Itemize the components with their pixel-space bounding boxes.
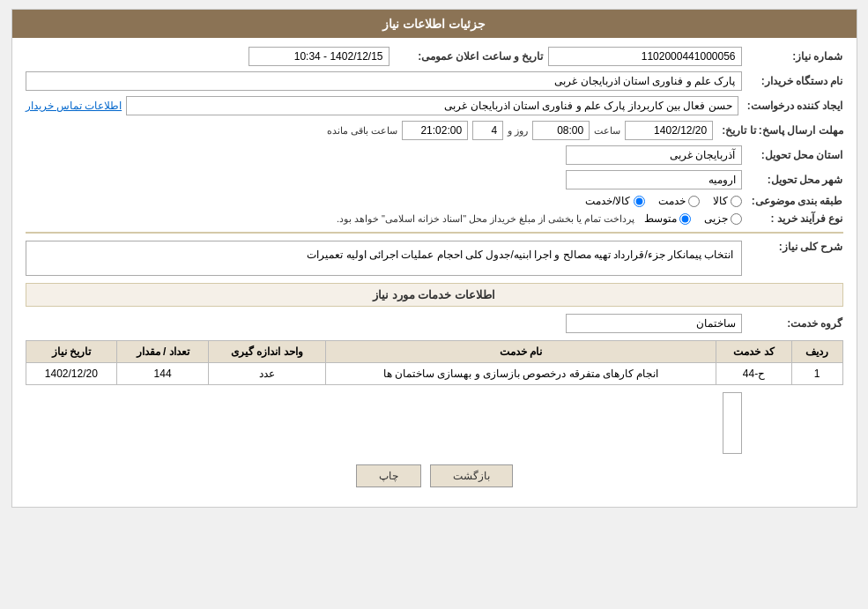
deadline-time-label: ساعت [594, 125, 620, 137]
button-row: بازگشت چاپ [26, 464, 843, 487]
deadline-label: مهلت ارسال پاسخ: تا تاریخ: [717, 124, 842, 137]
page-title: جزئیات اطلاعات نیاز [382, 17, 486, 31]
process-row: نوع فرآیند خرید : جزیی متوسط پرداخت تمام… [26, 212, 843, 225]
process-radio-jozee[interactable] [731, 213, 742, 225]
page-container: جزئیات اطلاعات نیاز شماره نیاز: 11020004… [11, 9, 857, 508]
category-radio-kala[interactable] [731, 196, 742, 207]
services-table: ردیف کد خدمت نام خدمت واحد اندازه گیری ت… [26, 340, 843, 385]
general-desc-value: انتخاب پیمانکار جزء/قرارداد تهیه مصالح و… [26, 241, 742, 276]
category-radio-kala-khedmat[interactable] [634, 196, 645, 207]
process-label-motavaset: متوسط [644, 212, 677, 225]
process-label-jozee: جزیی [704, 212, 728, 225]
buyer-org-label: نام دستگاه خریدار: [746, 75, 843, 87]
category-option-1: کالا [713, 195, 742, 207]
deadline-remaining-label: ساعت باقی مانده [327, 125, 397, 137]
service-group-label: گروه خدمت: [746, 317, 843, 330]
table-cell-0-0: 1 [791, 363, 842, 385]
process-option-1: جزیی [704, 212, 742, 225]
col-unit: واحد اندازه گیری [208, 341, 325, 363]
table-row: 1ح-44انجام کارهای متفرقه درخصوص بازسازی … [26, 363, 842, 385]
need-number-value: 1102000441000056 [548, 47, 742, 66]
col-name: نام خدمت [325, 341, 716, 363]
buyer-org-value: پارک علم و فناوری استان اذربایجان غربی [26, 71, 742, 91]
deadline-date: 1402/12/20 [625, 121, 713, 140]
need-number-row: شماره نیاز: 1102000441000056 تاریخ و ساع… [26, 47, 843, 66]
creator-label: ایجاد کننده درخواست: [743, 100, 843, 112]
buyer-org-row: نام دستگاه خریدار: پارک علم و فناوری است… [26, 71, 843, 91]
creator-value: حسن فعال بین کاربرداز پارک علم و فناوری … [126, 96, 738, 115]
service-group-value: ساختمان [566, 314, 742, 333]
process-note: پرداخت تمام یا بخشی از مبلغ خریداز محل "… [337, 213, 635, 225]
table-cell-0-3: عدد [208, 363, 325, 385]
content-area: شماره نیاز: 1102000441000056 تاریخ و ساع… [12, 38, 857, 507]
col-date: تاریخ نیاز [26, 341, 117, 363]
process-label: نوع فرآیند خرید : [746, 212, 843, 225]
category-row: طبقه بندی موضوعی: کالا خدمت کالا/خدمت [26, 195, 843, 207]
process-option-2: متوسط [644, 212, 691, 225]
category-option-3: کالا/خدمت [585, 195, 644, 207]
creator-row: ایجاد کننده درخواست: حسن فعال بین کاربرد… [26, 96, 843, 115]
city-value: ارومیه [566, 170, 742, 189]
process-radio-group: جزیی متوسط [644, 212, 742, 225]
city-row: شهر محل تحویل: ارومیه [26, 170, 843, 189]
deadline-days: 4 [472, 121, 503, 140]
deadline-time: 08:00 [532, 121, 590, 140]
province-label: استان محل تحویل: [746, 149, 843, 161]
city-label: شهر محل تحویل: [746, 174, 843, 186]
col-row: ردیف [791, 341, 842, 363]
deadline-day-label: روز و [508, 125, 528, 137]
page-header: جزئیات اطلاعات نیاز [12, 10, 857, 38]
contact-link[interactable]: اطلاعات تماس خریدار [26, 100, 122, 112]
category-label-kala: کالا [713, 195, 728, 207]
process-radio-motavaset[interactable] [679, 213, 691, 225]
deadline-row: مهلت ارسال پاسخ: تا تاریخ: 1402/12/20 سا… [26, 121, 843, 140]
divider-1 [26, 232, 843, 234]
buyer-notes-row [26, 392, 843, 454]
back-button[interactable]: بازگشت [430, 464, 513, 487]
general-desc-row: شرح کلی نیاز: انتخاب پیمانکار جزء/قراردا… [26, 241, 843, 276]
category-label-khedmat: خدمت [658, 195, 686, 207]
table-cell-0-1: ح-44 [716, 363, 791, 385]
deadline-remaining: 21:02:00 [402, 121, 468, 140]
print-button[interactable]: چاپ [356, 464, 421, 487]
province-row: استان محل تحویل: آذربایجان غربی [26, 145, 843, 165]
service-info-title: اطلاعات خدمات مورد نیاز [26, 283, 843, 307]
category-label-kala-khedmat: کالا/خدمت [585, 195, 630, 207]
need-number-label: شماره نیاز: [746, 50, 843, 63]
general-desc-label: شرح کلی نیاز: [746, 241, 843, 253]
table-cell-0-5: 1402/12/20 [26, 363, 117, 385]
category-option-2: خدمت [658, 195, 700, 207]
category-label: طبقه بندی موضوعی: [746, 195, 843, 207]
province-value: آذربایجان غربی [566, 145, 742, 165]
public-date-value: 1402/12/15 - 10:34 [249, 47, 389, 66]
buyer-notes-value [723, 392, 742, 454]
col-qty: تعداد / مقدار [117, 341, 209, 363]
category-radio-group: کالا خدمت کالا/خدمت [585, 195, 741, 207]
public-date-label: تاریخ و ساعت اعلان عمومی: [394, 50, 544, 63]
table-cell-0-4: 144 [117, 363, 209, 385]
category-radio-khedmat[interactable] [688, 196, 700, 207]
col-code: کد خدمت [716, 341, 791, 363]
service-group-row: گروه خدمت: ساختمان [26, 314, 843, 333]
table-cell-0-2: انجام کارهای متفرقه درخصوص بازسازی و بهس… [325, 363, 716, 385]
